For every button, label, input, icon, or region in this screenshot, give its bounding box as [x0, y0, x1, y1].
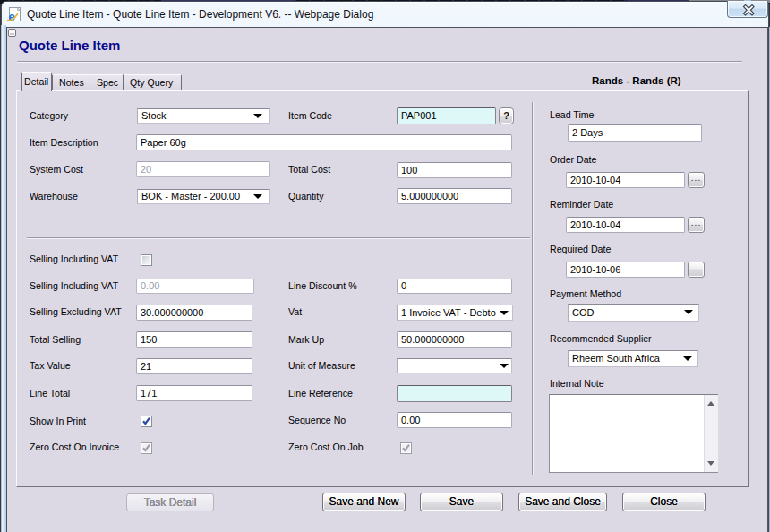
svg-text:e: e [8, 10, 15, 23]
